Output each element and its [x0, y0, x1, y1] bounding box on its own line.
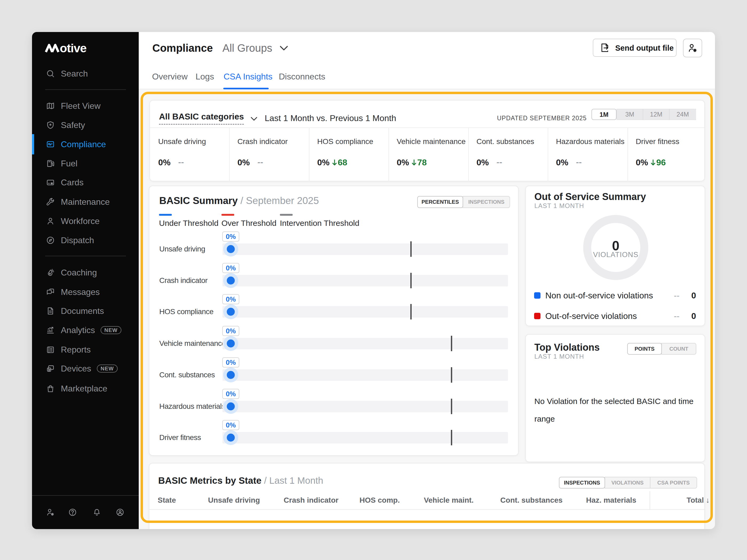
svg-text:otive: otive [60, 41, 86, 54]
